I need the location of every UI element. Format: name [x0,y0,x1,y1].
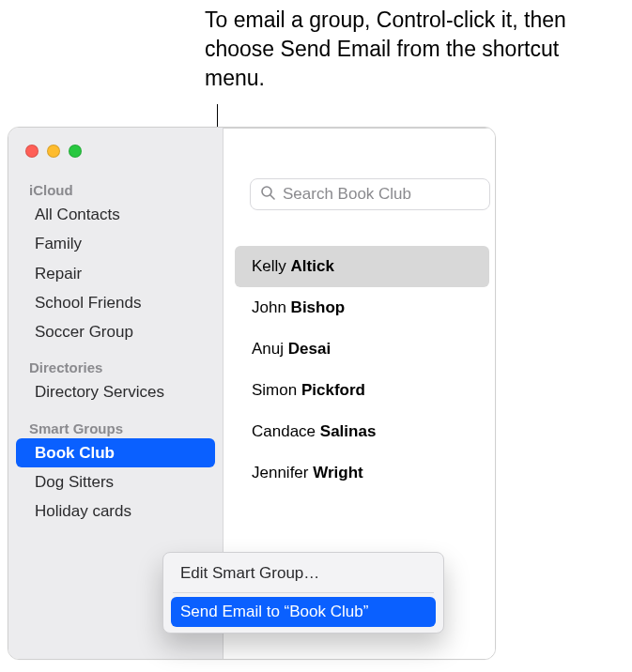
sidebar-item-repair[interactable]: Repair [8,259,223,288]
contact-row[interactable]: Jennifer Wright [235,452,489,494]
contact-first: Anuj [252,340,284,358]
svg-line-1 [270,195,274,199]
contact-first: Kelly [252,257,286,275]
sidebar-item-soccer-group[interactable]: Soccer Group [8,317,223,346]
section-header-smart-groups: Smart Groups [8,417,223,438]
context-edit-smart-group[interactable]: Edit Smart Group… [167,558,439,588]
contact-first: Simon [252,381,297,399]
contact-last: Bishop [291,298,346,316]
contact-row[interactable]: Candace Salinas [235,411,489,452]
maximize-button[interactable] [69,145,82,158]
sidebar-item-directory-services[interactable]: Directory Services [8,377,223,406]
contact-last: Salinas [320,422,377,440]
contact-row[interactable]: Simon Pickford [235,370,489,411]
context-separator [173,592,434,593]
contacts-list: Kelly Altick John Bishop Anuj Desai Simo… [235,246,489,494]
sidebar-item-all-contacts[interactable]: All Contacts [8,200,223,229]
contact-first: Candace [252,422,316,440]
contact-first: Jennifer [252,464,308,481]
close-button[interactable] [25,145,39,158]
contact-row[interactable]: Kelly Altick [235,246,489,287]
context-send-email[interactable]: Send Email to “Book Club” [171,597,436,627]
section-header-directories: Directories [8,356,223,377]
search-icon [260,185,281,204]
section-header-icloud: iCloud [8,178,223,200]
sidebar-item-holiday-cards[interactable]: Holiday cards [8,496,223,526]
sidebar-list: iCloud All Contacts Family Repair School… [8,178,223,526]
contact-last: Pickford [301,381,365,399]
contact-last: Desai [288,340,331,358]
search-input[interactable] [281,184,480,205]
sidebar-item-family[interactable]: Family [8,229,223,258]
contact-last: Altick [291,257,334,275]
minimize-button[interactable] [47,145,60,158]
sidebar-item-book-club[interactable]: Book Club [16,438,215,467]
search-field[interactable] [250,178,490,210]
help-caption: To email a group, Control-click it, then… [205,6,603,93]
contact-row[interactable]: John Bishop [235,287,489,328]
sidebar-item-school-friends[interactable]: School Friends [8,288,223,317]
traffic-lights [25,145,82,158]
contact-first: John [252,298,286,316]
contact-row[interactable]: Anuj Desai [235,328,489,370]
contact-last: Wright [313,464,363,481]
header-divider [224,128,495,129]
sidebar-item-dog-sitters[interactable]: Dog Sitters [8,467,223,496]
context-menu[interactable]: Edit Smart Group… Send Email to “Book Cl… [162,552,444,634]
